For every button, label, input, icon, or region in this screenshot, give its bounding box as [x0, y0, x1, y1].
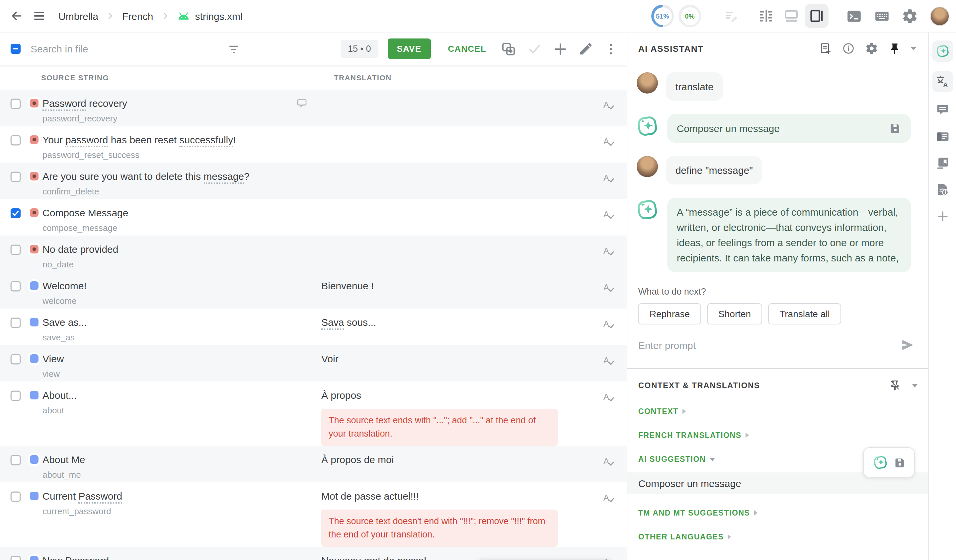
search-input[interactable]: Search in file [30, 43, 187, 55]
spellcheck-icon[interactable]: A [602, 317, 616, 331]
translation-text[interactable]: Sava sous... [321, 316, 598, 329]
tab-comments[interactable] [932, 102, 953, 119]
string-counter-badge: 15 • 0 [341, 40, 379, 58]
table-row[interactable]: About...aboutÀ proposThe source text end… [0, 381, 627, 446]
row-checkbox[interactable] [10, 98, 21, 110]
row-checkbox[interactable] [10, 281, 21, 292]
row-checkbox[interactable] [10, 208, 21, 219]
breadcrumb-file[interactable]: strings.xml [195, 10, 242, 22]
user-avatar[interactable] [930, 6, 949, 25]
chevron-right-icon [728, 534, 731, 540]
spellcheck-icon[interactable]: A [602, 98, 616, 112]
row-checkbox[interactable] [10, 244, 21, 256]
row-checkbox[interactable] [10, 491, 21, 502]
save-button[interactable]: SAVE [388, 39, 431, 59]
spellcheck-icon[interactable]: A [602, 455, 616, 469]
collapse-caret-icon[interactable] [911, 47, 916, 50]
table-row[interactable]: No date providedno_dateA [0, 235, 627, 272]
cancel-button[interactable]: CANCEL [444, 43, 490, 55]
save-message-icon[interactable] [889, 122, 901, 135]
table-row[interactable]: New Passwordnew_passwordNouveau mot de p… [0, 547, 627, 560]
tab-translations[interactable]: A [932, 71, 953, 92]
prompt-input[interactable]: Enter prompt [638, 339, 900, 351]
terminal-icon[interactable] [846, 8, 862, 24]
table-row[interactable]: Are you sure you want to delete this mes… [0, 163, 627, 199]
spellcheck-icon[interactable]: A [602, 208, 616, 221]
copy-source-icon[interactable] [501, 41, 517, 57]
add-panel-icon[interactable] [932, 208, 953, 225]
table-row[interactable]: Current Passwordcurrent_passwordMot de p… [0, 482, 627, 547]
source-string: Current Password [42, 490, 321, 503]
breadcrumb-language[interactable]: French [122, 10, 153, 22]
filter-icon[interactable] [226, 41, 241, 56]
settings-gear-icon[interactable] [901, 8, 918, 24]
section-french-translations[interactable]: FRENCH TRANSLATIONS [638, 431, 917, 439]
keyboard-icon[interactable] [874, 8, 890, 24]
tab-glossary[interactable] [932, 128, 953, 145]
row-checkbox[interactable] [10, 171, 21, 182]
translation-text[interactable]: Voir [321, 352, 598, 365]
back-button[interactable] [9, 9, 24, 23]
info-icon[interactable] [842, 42, 855, 55]
unpin-icon[interactable] [889, 380, 901, 391]
row-checkbox[interactable] [10, 555, 21, 560]
string-key: password_reset_success [42, 150, 321, 161]
string-key: save_as [42, 333, 321, 343]
spellcheck-icon[interactable]: A [602, 281, 616, 295]
tab-ai-assistant[interactable] [932, 41, 953, 62]
approve-check-icon[interactable] [527, 41, 543, 57]
section-tm-mt-suggestions[interactable]: TM AND MT SUGGESTIONS [638, 509, 917, 517]
add-string-icon[interactable] [553, 41, 569, 57]
ai-sparkle-icon[interactable] [872, 455, 888, 471]
spellcheck-icon[interactable]: A [602, 171, 616, 185]
context-collapse-caret-icon[interactable] [912, 384, 917, 387]
table-row[interactable]: Welcome!welcomeBienvenue !A [0, 272, 627, 309]
translation-text[interactable]: À propos [321, 389, 598, 402]
spellcheck-icon[interactable]: A [602, 390, 616, 404]
row-checkbox[interactable] [10, 317, 21, 328]
new-conversation-icon[interactable] [819, 42, 832, 55]
spellcheck-icon[interactable]: A [602, 135, 616, 149]
spellcheck-icon[interactable]: A [602, 555, 616, 560]
save-suggestion-icon[interactable] [893, 456, 906, 469]
section-context[interactable]: CONTEXT [638, 407, 917, 416]
spellcheck-icon[interactable]: A [602, 244, 616, 258]
spellcheck-icon[interactable]: A [602, 354, 616, 368]
breadcrumb-project[interactable]: Umbrella [58, 10, 98, 22]
draft-edit-icon[interactable] [724, 8, 740, 24]
table-row[interactable]: About Meabout_meÀ propos de moiA [0, 446, 627, 482]
side-by-side-view-icon[interactable] [754, 4, 778, 28]
translation-text[interactable]: À propos de moi [321, 453, 598, 466]
edit-pencil-icon[interactable] [579, 41, 594, 56]
table-row[interactable]: Password recoverypassword_recoveryA [0, 89, 627, 126]
right-panel-view-icon[interactable] [805, 4, 829, 28]
tab-screenshots[interactable] [932, 155, 953, 172]
spellcheck-icon[interactable]: A [602, 491, 616, 505]
source-string: Password recovery [42, 97, 321, 110]
menu-icon[interactable] [32, 9, 46, 23]
pin-icon[interactable] [888, 42, 901, 55]
assistant-settings-gear-icon[interactable] [865, 42, 878, 55]
shorten-button[interactable]: Shorten [707, 303, 762, 325]
translation-text[interactable]: Bienvenue ! [321, 279, 598, 293]
bottom-panel-view-icon[interactable] [779, 4, 803, 28]
comment-icon[interactable] [296, 97, 308, 110]
rephrase-button[interactable]: Rephrase [638, 303, 701, 325]
table-row[interactable]: ViewviewVoirA [0, 345, 627, 381]
send-prompt-icon[interactable] [900, 338, 915, 352]
row-checkbox[interactable] [10, 354, 21, 365]
table-row[interactable]: Compose Messagecompose_messageA [0, 199, 627, 235]
translation-text[interactable]: Nouveau mot de passe! [321, 554, 598, 560]
section-other-languages[interactable]: OTHER LANGUAGES [638, 533, 917, 541]
row-checkbox[interactable] [10, 390, 21, 402]
select-all-checkbox[interactable] [10, 43, 21, 55]
table-row[interactable]: Save as...save_asSava sous...A [0, 309, 627, 345]
user-avatar [637, 156, 658, 177]
row-checkbox[interactable] [10, 135, 21, 146]
table-row[interactable]: Your password has been reset successfull… [0, 126, 627, 163]
row-checkbox[interactable] [10, 455, 21, 466]
tab-file-info[interactable] [932, 181, 953, 198]
translate-all-button[interactable]: Translate all [768, 303, 841, 325]
more-options-icon[interactable] [604, 41, 618, 56]
translation-text[interactable]: Mot de passe actuel!!! [321, 490, 598, 503]
